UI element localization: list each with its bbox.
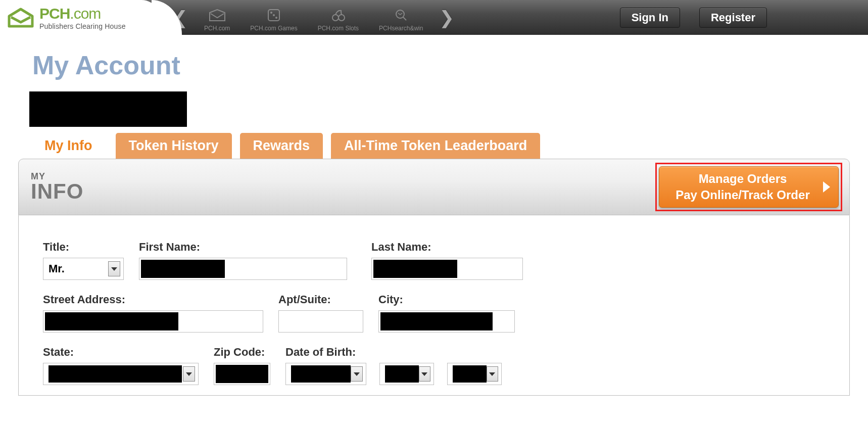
brand-name: PCH.com	[39, 5, 126, 22]
dob-label: Date of Birth:	[285, 346, 502, 359]
logo-area[interactable]: PCH.com Publishers Clearing House	[0, 0, 167, 35]
envelope-icon	[209, 7, 226, 24]
top-nav-bar: PCH.com Publishers Clearing House ❮ PCH.…	[0, 0, 868, 35]
panel-title: MY INFO	[31, 172, 83, 202]
title-value: Mr.	[49, 262, 65, 275]
page-title: My Account	[32, 50, 868, 80]
panel-body: Title: Mr. First Name: Last Name:	[18, 215, 850, 396]
svg-point-6	[396, 10, 404, 18]
tab-my-info[interactable]: My Info	[29, 133, 108, 159]
svg-point-1	[270, 12, 272, 14]
city-label: City:	[378, 293, 515, 306]
manage-orders-line2: Pay Online/Track Order	[676, 187, 809, 203]
apt-label: Apt/Suite:	[278, 293, 363, 306]
chevron-down-icon	[108, 261, 120, 276]
street-input[interactable]	[43, 310, 263, 333]
sign-in-button[interactable]: Sign In	[620, 8, 680, 28]
svg-point-4	[332, 15, 339, 21]
svg-point-2	[275, 17, 277, 19]
chevron-down-icon	[419, 366, 430, 382]
manage-orders-line1: Manage Orders	[676, 171, 809, 187]
brand-tagline: Publishers Clearing House	[39, 22, 126, 30]
panel-header: MY INFO Manage Orders Pay Online/Track O…	[18, 159, 850, 215]
street-label: Street Address:	[43, 293, 263, 306]
last-name-label: Last Name:	[371, 241, 523, 254]
title-label: Title:	[43, 241, 124, 254]
nav-item-slots[interactable]: PCH.com Slots	[318, 7, 359, 35]
last-name-input[interactable]	[371, 258, 523, 280]
manage-orders-button[interactable]: Manage Orders Pay Online/Track Order	[659, 166, 839, 208]
auth-buttons: Sign In Register	[620, 0, 868, 35]
city-input[interactable]	[378, 310, 515, 333]
title-select[interactable]: Mr.	[43, 258, 124, 280]
chevron-down-icon	[487, 366, 498, 382]
search-envelope-icon	[393, 7, 409, 24]
register-button[interactable]: Register	[699, 8, 767, 28]
state-select[interactable]	[43, 363, 199, 385]
dob-month-select[interactable]	[285, 363, 366, 385]
apt-input[interactable]	[278, 310, 363, 333]
svg-point-5	[339, 15, 345, 21]
account-tabs: My Info Token History Rewards All-Time T…	[29, 133, 868, 159]
svg-point-3	[273, 14, 275, 16]
state-label: State:	[43, 346, 199, 359]
first-name-label: First Name:	[139, 241, 347, 254]
tab-rewards[interactable]: Rewards	[240, 133, 323, 159]
nav-item-games[interactable]: PCH.com Games	[250, 7, 297, 35]
zip-input[interactable]	[214, 363, 270, 385]
cherry-icon	[330, 7, 346, 24]
dob-year-select[interactable]	[447, 363, 502, 385]
nav-next-arrow-icon[interactable]: ❯	[433, 7, 460, 28]
tab-leaderboard[interactable]: All-Time Token Leaderboard	[331, 133, 540, 159]
nav-item-pch[interactable]: PCH.com	[204, 7, 230, 35]
envelope-logo-icon	[7, 7, 34, 28]
manage-orders-highlight: Manage Orders Pay Online/Track Order	[655, 163, 842, 211]
nav-items: PCH.com PCH.com Games PCH.com Slots PCHs…	[194, 0, 433, 35]
tab-token-history[interactable]: Token History	[116, 133, 232, 159]
triangle-right-icon	[823, 181, 830, 193]
first-name-input[interactable]	[139, 258, 347, 280]
zip-label: Zip Code:	[214, 346, 270, 359]
dice-icon	[266, 7, 281, 24]
chevron-down-icon	[351, 366, 363, 382]
nav-item-searchwin[interactable]: PCHsearch&win	[379, 7, 423, 35]
redacted-username	[29, 91, 187, 127]
chevron-down-icon	[183, 366, 195, 382]
dob-day-select[interactable]	[379, 363, 434, 385]
